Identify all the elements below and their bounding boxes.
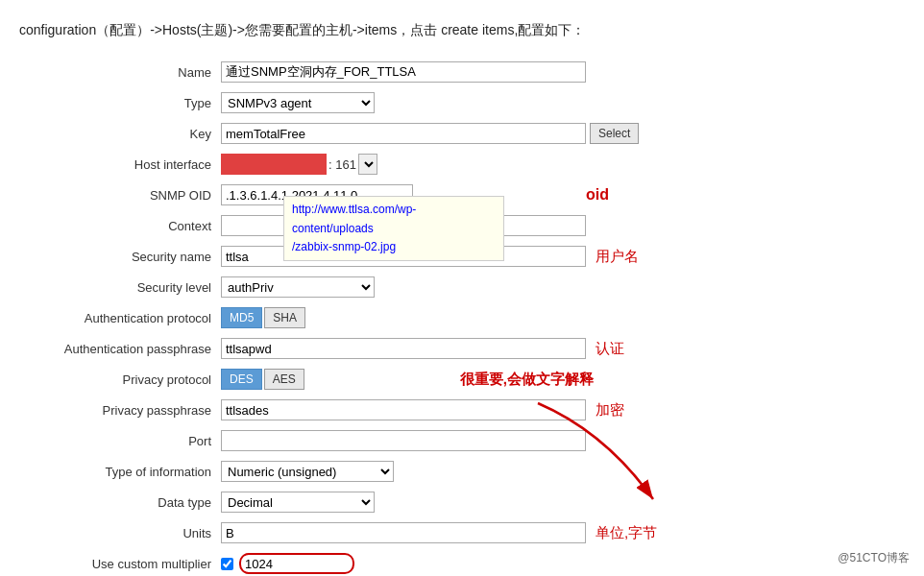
data-type-label: Data type [29,495,221,510]
tooltip-box: http://www.ttlsa.com/wp-content/uploads … [283,196,504,261]
data-type-row: Data type Decimal Octal Hexadecimal Bool… [29,490,905,515]
custom-multiplier-row: Use custom multiplier [29,551,905,576]
type-info-label: Type of information [29,465,221,479]
auth-protocol-row: Authentication protocol MD5 SHA [29,305,905,330]
select-button[interactable]: Select [590,123,639,144]
key-row: Key Select [29,121,905,146]
units-row: Units 单位,字节 [29,520,905,545]
units-input[interactable] [221,522,586,543]
name-row: Name [29,60,905,84]
type-select[interactable]: SNMPv3 agent Zabbix agent SNMP v1 SNMP v… [221,92,375,113]
snmp-oid-row: SNMP OID http://www.ttlsa.com/wp-content… [29,182,905,207]
privacy-passphrase-row: Privacy passphrase 加密 [29,397,905,422]
auth-passphrase-row: Authentication passphrase 认证 [29,336,905,361]
md5-button[interactable]: MD5 [221,307,262,328]
port-input[interactable] [221,430,586,451]
sha-button[interactable]: SHA [264,307,305,328]
tooltip-line1: http://www.ttlsa.com/wp-content/uploads [292,203,416,234]
header-text: configuration（配置）->Hosts(主题)->您需要配置的主机->… [19,19,905,40]
aes-button[interactable]: AES [264,369,304,390]
name-input[interactable] [221,61,586,83]
type-info-row: Type of information Numeric (unsigned) C… [29,459,905,484]
key-input[interactable] [221,123,586,144]
type-info-select[interactable]: Numeric (unsigned) Character Log Numeric… [221,461,394,482]
snmp-oid-label: SNMP OID [29,188,221,203]
host-interface-box [221,154,327,175]
security-name-annotation: 用户名 [596,248,639,266]
units-label: Units [29,526,221,540]
privacy-passphrase-label: Privacy passphrase [29,403,221,418]
type-label: Type [29,96,221,110]
privacy-protocol-group: DES AES [221,369,306,390]
privacy-protocol-row: Privacy protocol DES AES 很重要,会做文字解释 [29,367,905,392]
host-port: : 161 [328,157,356,172]
auth-passphrase-label: Authentication passphrase [29,342,221,356]
security-name-label: Security name [29,250,221,264]
security-level-row: Security level authPriv noAuthNoPriv aut… [29,275,905,300]
host-port-select[interactable] [358,154,377,175]
watermark: @51CTO博客 [838,550,910,566]
oid-annotation: oid [586,186,609,204]
name-label: Name [29,65,221,80]
security-level-label: Security level [29,280,221,295]
privacy-passphrase-input[interactable] [221,399,586,420]
host-interface-row: Host interface : 161 [29,152,905,177]
units-annotation: 单位,字节 [596,524,657,542]
auth-passphrase-input[interactable] [221,338,586,359]
privacy-annotation: 很重要,会做文字解释 [460,371,594,389]
custom-multiplier-checkbox[interactable] [221,558,233,570]
auth-passphrase-annotation: 认证 [596,340,624,358]
auth-protocol-label: Authentication protocol [29,311,221,325]
host-interface-label: Host interface [29,157,221,172]
des-button[interactable]: DES [221,369,262,390]
port-label: Port [29,434,221,448]
custom-multiplier-input[interactable] [239,553,354,574]
tooltip-line2: /zabbix-snmp-02.jpg [292,240,396,253]
context-label: Context [29,219,221,233]
data-type-select[interactable]: Decimal Octal Hexadecimal Boolean [221,492,375,513]
type-row: Type SNMPv3 agent Zabbix agent SNMP v1 S… [29,90,905,115]
security-level-select[interactable]: authPriv noAuthNoPriv authNoPriv [221,276,375,298]
privacy-passphrase-annotation: 加密 [596,401,624,420]
key-label: Key [29,127,221,141]
port-row: Port [29,428,905,453]
custom-multiplier-label: Use custom multiplier [29,557,221,571]
privacy-protocol-label: Privacy protocol [29,372,221,387]
auth-protocol-group: MD5 SHA [221,307,307,328]
